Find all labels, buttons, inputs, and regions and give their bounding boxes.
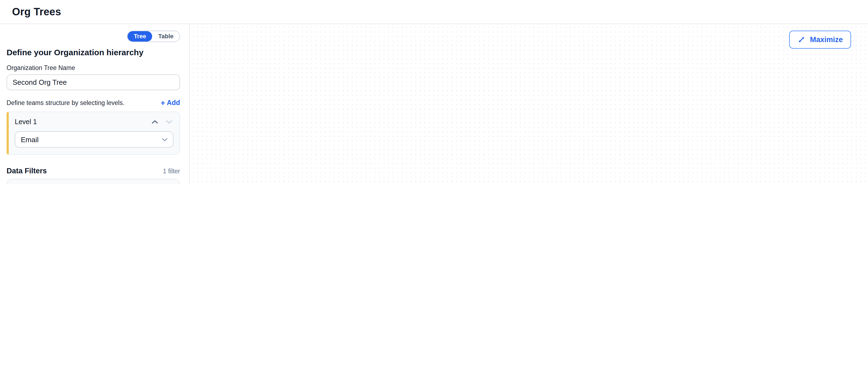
filter-card: Column Team Condition Equals: [6, 179, 180, 184]
move-up-icon[interactable]: [152, 120, 158, 124]
levels-hint: Define teams structure by selecting leve…: [6, 100, 125, 106]
sidebar-heading: Define your Organization hierarchy: [6, 47, 180, 57]
org-tree-canvas[interactable]: Maximize: [190, 24, 868, 184]
tree-view-tab[interactable]: Tree: [128, 31, 152, 41]
level-field-value: Email: [21, 135, 39, 143]
chevron-down-icon: [162, 137, 167, 141]
level-field-select[interactable]: Email: [15, 131, 174, 147]
expand-icon: [797, 36, 806, 44]
data-filters-title: Data Filters: [6, 167, 47, 175]
maximize-label: Maximize: [810, 36, 843, 44]
level-1-card: Level 1 Email: [6, 111, 180, 155]
page-header: Org Trees: [0, 0, 868, 24]
view-mode-toggle: Tree Table: [127, 31, 180, 42]
move-down-icon[interactable]: [166, 120, 173, 124]
plus-icon: +: [161, 99, 165, 107]
tree-edges: [190, 24, 868, 184]
add-level-label: Add: [167, 99, 180, 107]
table-view-tab[interactable]: Table: [152, 31, 180, 41]
maximize-button[interactable]: Maximize: [789, 31, 851, 49]
filter-count-badge: 1 filter: [163, 168, 180, 174]
add-level-button[interactable]: + Add: [161, 99, 180, 107]
hierarchy-sidebar: Tree Table Define your Organization hier…: [0, 24, 190, 184]
tree-name-input[interactable]: [6, 74, 180, 90]
tree-name-label: Organization Tree Name: [6, 65, 180, 71]
org-trees-app: Org Trees Tree Table Define your Organiz…: [0, 0, 868, 184]
page-title: Org Trees: [12, 6, 61, 18]
level-title: Level 1: [15, 118, 37, 126]
